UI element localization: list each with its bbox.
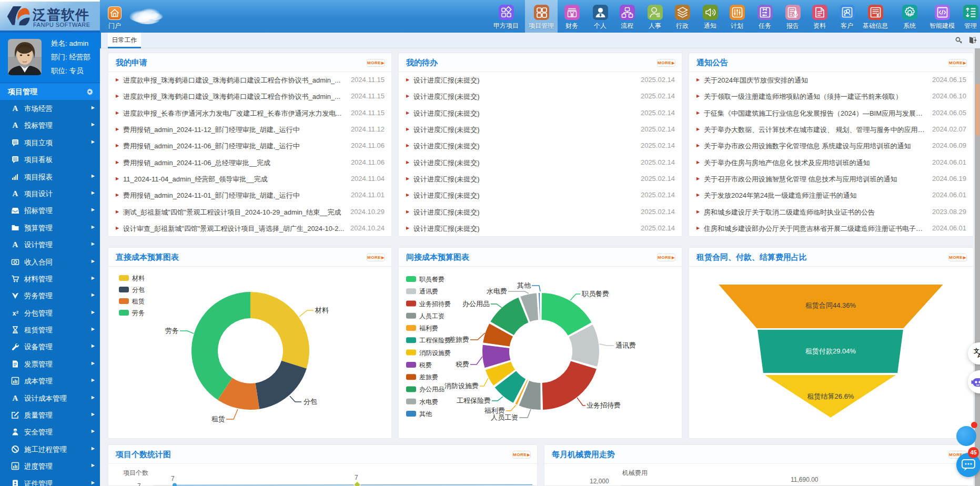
svg-text:劳务: 劳务 bbox=[132, 309, 145, 317]
svg-text:人员工资: 人员工资 bbox=[491, 413, 518, 421]
svg-text:通讯费: 通讯费 bbox=[615, 341, 636, 349]
svg-text:2: 2 bbox=[16, 309, 19, 314]
svg-text:A: A bbox=[13, 240, 18, 249]
svg-text:工程保险费: 工程保险费 bbox=[419, 337, 451, 344]
svg-text:人员工资: 人员工资 bbox=[419, 312, 444, 320]
svg-text:分包: 分包 bbox=[132, 286, 145, 293]
svg-text:x: x bbox=[13, 309, 16, 317]
svg-text:A: A bbox=[13, 121, 18, 129]
svg-text:工程保险费: 工程保险费 bbox=[457, 397, 491, 404]
svg-text:其他: 其他 bbox=[517, 281, 531, 289]
svg-text:A: A bbox=[13, 189, 18, 198]
svg-text:租赁结算26.6%: 租赁结算26.6% bbox=[807, 392, 854, 400]
svg-text:职员餐费: 职员餐费 bbox=[581, 290, 609, 298]
svg-text:福利费: 福利费 bbox=[419, 325, 438, 332]
svg-text:分包: 分包 bbox=[304, 398, 317, 406]
svg-text:消防设施费: 消防设施费 bbox=[444, 382, 479, 390]
svg-text:差旅费: 差旅费 bbox=[449, 336, 469, 343]
svg-text:租赁合同44.36%: 租赁合同44.36% bbox=[805, 301, 856, 309]
svg-text:消防设施费: 消防设施费 bbox=[419, 349, 451, 357]
svg-text:租赁付款29.04%: 租赁付款29.04% bbox=[805, 347, 856, 355]
svg-text:福利费: 福利费 bbox=[484, 407, 505, 414]
svg-text:租赁: 租赁 bbox=[132, 298, 145, 305]
svg-text:业务招待费: 业务招待费 bbox=[587, 401, 621, 409]
svg-text:A: A bbox=[977, 352, 980, 359]
svg-text:差旅费: 差旅费 bbox=[419, 373, 438, 381]
svg-text:其他: 其他 bbox=[419, 410, 432, 418]
svg-text:水电费: 水电费 bbox=[419, 398, 438, 406]
svg-text:水电费: 水电费 bbox=[487, 287, 507, 295]
svg-text:A: A bbox=[13, 394, 18, 402]
svg-text:办公用品: 办公用品 bbox=[419, 386, 444, 393]
svg-text:税费: 税费 bbox=[419, 361, 432, 369]
svg-text:职员餐费: 职员餐费 bbox=[419, 276, 444, 283]
svg-text:税费: 税费 bbox=[456, 360, 469, 368]
svg-text:业务招待费: 业务招待费 bbox=[419, 300, 451, 308]
svg-text:劳务: 劳务 bbox=[165, 327, 179, 335]
svg-text:办公用品: 办公用品 bbox=[462, 300, 490, 308]
svg-text:租赁: 租赁 bbox=[211, 415, 225, 423]
svg-text:材料: 材料 bbox=[132, 275, 145, 282]
svg-text:通讯费: 通讯费 bbox=[419, 288, 438, 295]
svg-text:A: A bbox=[13, 104, 18, 113]
svg-text:材料: 材料 bbox=[315, 306, 329, 314]
